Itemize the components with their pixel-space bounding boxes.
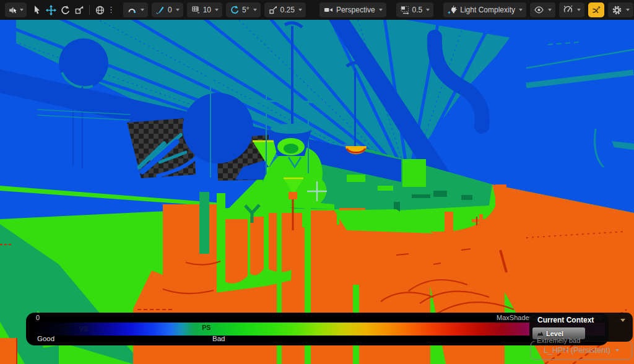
chevron-down-icon	[548, 9, 552, 11]
current-level-value: L_HPH (Persistent)	[544, 346, 610, 355]
chevron-down-icon	[141, 9, 144, 11]
show-flags-dropdown[interactable]	[530, 2, 555, 17]
selection-mode-dropdown[interactable]	[5, 2, 27, 17]
view-mode-label: Light Complexity	[460, 6, 515, 14]
screen-percentage-value: 0.5	[412, 6, 423, 14]
select-arrow-icon	[32, 5, 42, 15]
chevron-down-icon	[298, 9, 302, 11]
chevron-down-icon	[426, 9, 430, 11]
select-tool-button[interactable]	[30, 2, 44, 17]
chevron-down-icon	[626, 9, 630, 11]
legend-vs-label: VS	[79, 325, 88, 332]
legend-bad-label: Bad	[212, 335, 225, 342]
dial-gauge-icon	[563, 5, 573, 15]
chevron-down-icon	[577, 9, 581, 11]
rotation-snap-icon	[230, 5, 240, 15]
chevron-down-icon	[519, 9, 523, 11]
chevron-down-icon[interactable]	[620, 319, 625, 322]
context-level-label: Level	[546, 330, 563, 337]
light-bulb-icon	[447, 5, 458, 15]
shader-complexity-legend: 0 MaxShaderComplexityCount=2000 VS PS Go…	[26, 313, 609, 345]
surface-snapping-dropdown[interactable]	[123, 2, 148, 17]
location-snap-dropdown[interactable]: 0	[152, 2, 183, 17]
camera-mode-dropdown[interactable]: Perspective	[319, 2, 386, 17]
chevron-down-icon	[215, 9, 219, 11]
rotation-snap-value: 5°	[242, 6, 249, 14]
surface-snap-value: 0	[168, 6, 172, 14]
context-panel-title: Current Context	[537, 316, 594, 324]
chevron-down-icon	[379, 9, 383, 11]
scale-snap-dropdown[interactable]: 0.25	[264, 2, 306, 17]
eye-icon	[534, 5, 544, 15]
globe-icon	[95, 5, 105, 15]
gear-icon	[612, 5, 622, 15]
grid-icon	[191, 5, 201, 15]
chevron-down-icon	[253, 9, 257, 11]
legend-good-label: Good	[37, 335, 54, 342]
move-icon	[46, 5, 56, 15]
viewport-toolbar: ⋮ 0 10 5° 0.25 Perspective 0.5	[0, 0, 634, 20]
level-icon	[537, 331, 544, 336]
legend-min-value: 0	[36, 314, 40, 321]
transform-overflow-menu[interactable]: ⋮	[107, 6, 115, 14]
scale-tool-button[interactable]	[72, 2, 86, 17]
sea-post	[199, 192, 209, 254]
screen-size-icon	[400, 5, 410, 15]
chevron-down-icon	[20, 9, 24, 11]
active-viewmode-toggle[interactable]	[588, 2, 604, 17]
chevron-down-icon	[615, 349, 619, 352]
legend-gradient: VS PS	[33, 323, 605, 336]
legend-ps-label: PS	[202, 324, 211, 331]
grid-snap-dropdown[interactable]: 10	[187, 2, 222, 17]
rotate-icon	[60, 5, 71, 15]
scale-snap-icon	[268, 5, 278, 15]
surface-snap-icon	[127, 5, 137, 15]
camera-icon	[323, 5, 334, 15]
grid-snap-value: 10	[203, 6, 211, 14]
cursor-speaker-icon	[8, 5, 19, 15]
world-coordinate-button[interactable]	[93, 2, 107, 17]
camera-mode-label: Perspective	[336, 6, 375, 14]
move-tool-button[interactable]	[44, 2, 58, 17]
scale-icon	[74, 5, 84, 15]
view-mode-dropdown[interactable]: Light Complexity	[443, 2, 526, 17]
rotate-tool-button[interactable]	[58, 2, 72, 17]
viewport-settings-dropdown[interactable]	[608, 2, 633, 17]
arrows-sparkle-icon	[591, 5, 602, 15]
performance-visualizer-dropdown[interactable]	[559, 2, 584, 17]
screen-percentage-dropdown[interactable]: 0.5	[396, 2, 434, 17]
rotation-snap-dropdown[interactable]: 5°	[226, 2, 260, 17]
toolbar-separator	[89, 5, 90, 15]
brush-snap-icon	[155, 5, 165, 15]
scale-snap-value: 0.25	[280, 6, 295, 14]
legend-extremely-bad-label: Extremely bad	[537, 337, 580, 344]
chevron-down-icon	[176, 9, 180, 11]
